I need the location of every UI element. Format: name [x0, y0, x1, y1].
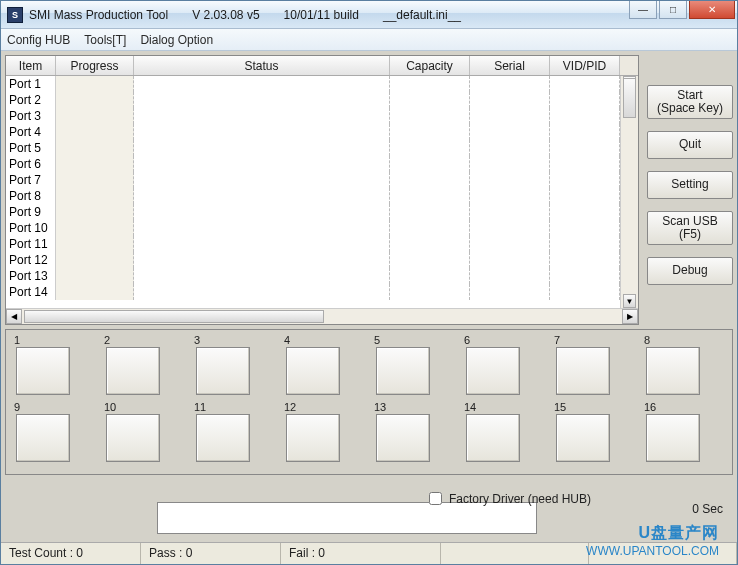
- start-button[interactable]: Start (Space Key): [647, 85, 733, 119]
- slot-button-8[interactable]: [646, 347, 700, 395]
- maximize-button[interactable]: □: [659, 1, 687, 19]
- table-row[interactable]: Port 11: [6, 236, 620, 252]
- cell-status: [134, 268, 390, 284]
- cell-item: Port 7: [6, 172, 56, 188]
- slot-7: 7: [552, 334, 626, 395]
- cell-progress: [56, 204, 134, 220]
- col-header-progress[interactable]: Progress: [56, 56, 134, 75]
- slot-button-9[interactable]: [16, 414, 70, 462]
- title-version: V 2.03.08 v5: [192, 8, 259, 22]
- col-header-capacity[interactable]: Capacity: [390, 56, 470, 75]
- slot-number: 13: [372, 401, 446, 413]
- cell-serial: [470, 76, 550, 92]
- slot-button-3[interactable]: [196, 347, 250, 395]
- slot-button-1[interactable]: [16, 347, 70, 395]
- grid-header-row: Item Progress Status Capacity Serial VID…: [6, 56, 638, 76]
- table-row[interactable]: Port 8: [6, 188, 620, 204]
- slot-button-2[interactable]: [106, 347, 160, 395]
- cell-item: Port 11: [6, 236, 56, 252]
- table-row[interactable]: Port 2: [6, 92, 620, 108]
- cell-vidpid: [550, 236, 620, 252]
- table-row[interactable]: Port 4: [6, 124, 620, 140]
- vertical-scrollbar[interactable]: ▲ ▼: [620, 76, 638, 308]
- cell-status: [134, 220, 390, 236]
- timer-label: 0 Sec: [692, 502, 723, 516]
- vscroll-thumb[interactable]: [623, 78, 636, 118]
- slot-button-6[interactable]: [466, 347, 520, 395]
- slot-button-14[interactable]: [466, 414, 520, 462]
- slot-number: 7: [552, 334, 626, 346]
- cell-status: [134, 204, 390, 220]
- debug-button[interactable]: Debug: [647, 257, 733, 285]
- slot-15: 15: [552, 401, 626, 462]
- col-header-serial[interactable]: Serial: [470, 56, 550, 75]
- table-row[interactable]: Port 7: [6, 172, 620, 188]
- slot-button-10[interactable]: [106, 414, 160, 462]
- hscroll-thumb[interactable]: [24, 310, 324, 323]
- cell-item: Port 8: [6, 188, 56, 204]
- cell-status: [134, 172, 390, 188]
- quit-button[interactable]: Quit: [647, 131, 733, 159]
- slot-number: 10: [102, 401, 176, 413]
- slot-16: 16: [642, 401, 716, 462]
- slot-button-4[interactable]: [286, 347, 340, 395]
- status-empty-1: [441, 543, 589, 564]
- status-fail: Fail : 0: [281, 543, 441, 564]
- setting-button[interactable]: Setting: [647, 171, 733, 199]
- slot-button-7[interactable]: [556, 347, 610, 395]
- cell-vidpid: [550, 204, 620, 220]
- table-row[interactable]: Port 1: [6, 76, 620, 92]
- table-row[interactable]: Port 10: [6, 220, 620, 236]
- col-header-vidpid[interactable]: VID/PID: [550, 56, 620, 75]
- slot-number: 2: [102, 334, 176, 346]
- table-row[interactable]: Port 6: [6, 156, 620, 172]
- slot-number: 8: [642, 334, 716, 346]
- scroll-down-icon[interactable]: ▼: [623, 294, 636, 308]
- factory-driver-checkbox[interactable]: [429, 492, 442, 505]
- cell-progress: [56, 156, 134, 172]
- cell-item: Port 5: [6, 140, 56, 156]
- menubar: Config HUB Tools[T] Dialog Option: [1, 29, 737, 51]
- factory-driver-label: Factory Driver (need HUB): [449, 492, 591, 506]
- slot-13: 13: [372, 401, 446, 462]
- app-icon: S: [7, 7, 23, 23]
- cell-item: Port 9: [6, 204, 56, 220]
- port-grid: Item Progress Status Capacity Serial VID…: [5, 55, 639, 325]
- cell-vidpid: [550, 220, 620, 236]
- col-header-status[interactable]: Status: [134, 56, 390, 75]
- cell-capacity: [390, 156, 470, 172]
- slot-panel: 12345678 910111213141516: [5, 329, 733, 475]
- cell-serial: [470, 172, 550, 188]
- menu-config-hub[interactable]: Config HUB: [7, 33, 70, 47]
- menu-dialog-option[interactable]: Dialog Option: [140, 33, 213, 47]
- table-row[interactable]: Port 3: [6, 108, 620, 124]
- cell-status: [134, 188, 390, 204]
- cell-status: [134, 252, 390, 268]
- scan-usb-button[interactable]: Scan USB (F5): [647, 211, 733, 245]
- table-row[interactable]: Port 13: [6, 268, 620, 284]
- cell-progress: [56, 268, 134, 284]
- scroll-right-icon[interactable]: ▶: [622, 309, 638, 324]
- scroll-left-icon[interactable]: ◀: [6, 309, 22, 324]
- slot-button-16[interactable]: [646, 414, 700, 462]
- slot-button-15[interactable]: [556, 414, 610, 462]
- slot-button-12[interactable]: [286, 414, 340, 462]
- slot-button-5[interactable]: [376, 347, 430, 395]
- cell-progress: [56, 220, 134, 236]
- col-header-item[interactable]: Item: [6, 56, 56, 75]
- slot-4: 4: [282, 334, 356, 395]
- cell-item: Port 10: [6, 220, 56, 236]
- menu-tools[interactable]: Tools[T]: [84, 33, 126, 47]
- horizontal-scrollbar[interactable]: ◀ ▶: [6, 308, 638, 324]
- table-row[interactable]: Port 9: [6, 204, 620, 220]
- slot-button-11[interactable]: [196, 414, 250, 462]
- slot-number: 16: [642, 401, 716, 413]
- minimize-button[interactable]: —: [629, 1, 657, 19]
- cell-serial: [470, 252, 550, 268]
- close-button[interactable]: ✕: [689, 1, 735, 19]
- table-row[interactable]: Port 14: [6, 284, 620, 300]
- table-row[interactable]: Port 12: [6, 252, 620, 268]
- cell-status: [134, 76, 390, 92]
- slot-button-13[interactable]: [376, 414, 430, 462]
- table-row[interactable]: Port 5: [6, 140, 620, 156]
